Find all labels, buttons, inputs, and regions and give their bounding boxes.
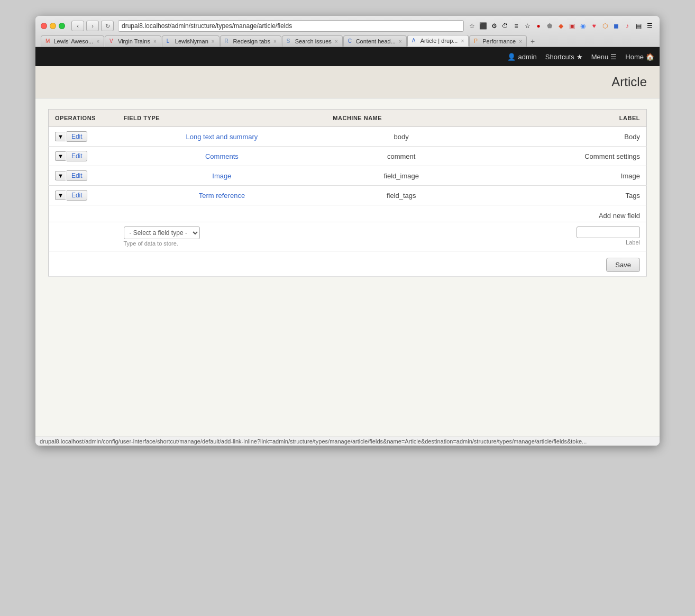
- ext-icon-11[interactable]: ♥: [589, 21, 599, 31]
- tab-gmail[interactable]: M Lewis' Aweso... ×: [41, 35, 104, 47]
- save-row: Save: [49, 251, 647, 277]
- tab-favicon-lewisnyman: L: [167, 38, 173, 44]
- tab-close-redesign[interactable]: ×: [273, 39, 277, 44]
- tab-search-issues[interactable]: S Search issues ×: [282, 35, 343, 47]
- select-cell: - Select a field type - Type of data to …: [117, 222, 327, 251]
- dropdown-button-1[interactable]: ▼: [55, 151, 66, 161]
- tab-article[interactable]: A Article | drup... ×: [407, 35, 469, 47]
- cell-machine-name-0: body: [326, 127, 476, 147]
- admin-user[interactable]: 👤 admin: [507, 53, 536, 61]
- tab-favicon-gmail: M: [45, 38, 51, 44]
- dropdown-button-2[interactable]: ▼: [55, 171, 66, 180]
- label-input[interactable]: [577, 227, 640, 238]
- tab-lewisnyman[interactable]: L LewisNyman ×: [162, 35, 220, 47]
- cell-field-type-3: Term reference: [117, 186, 327, 205]
- tab-label-article: Article | drup...: [420, 38, 458, 44]
- field-type-hint: Type of data to store.: [124, 240, 321, 247]
- ext-icon-13[interactable]: ◼: [611, 21, 621, 31]
- tab-close-search[interactable]: ×: [335, 39, 338, 44]
- dropdown-button-3[interactable]: ▼: [55, 191, 66, 200]
- home-item[interactable]: Home 🏠: [625, 53, 654, 61]
- ext-icon-6[interactable]: ●: [534, 21, 543, 31]
- forward-button[interactable]: ›: [86, 21, 99, 31]
- toolbar-icons: ☆ ⬛ ⚙ ⏱ ≡ ☆ ● ⬟ ◆ ▣ ◉ ♥ ⬡ ◼ ♪ ▤ ☰: [467, 21, 654, 31]
- ext-icon-7[interactable]: ⬟: [545, 21, 554, 31]
- new-tab-button[interactable]: +: [527, 36, 538, 47]
- cell-operations-0: ▼ Edit: [49, 127, 117, 147]
- tab-favicon-virgin: V: [109, 38, 116, 44]
- url-text: drupal8.localhost/admin/structure/types/…: [122, 22, 292, 30]
- bookmark-icon[interactable]: ☆: [467, 21, 477, 31]
- ext-icon-5[interactable]: ☆: [523, 21, 532, 31]
- ext-icon-8[interactable]: ◆: [556, 21, 565, 31]
- cell-machine-name-3: field_tags: [326, 186, 476, 205]
- label-input-hint: Label: [482, 239, 640, 246]
- edit-button-0[interactable]: Edit: [67, 131, 87, 142]
- edit-button-3[interactable]: Edit: [67, 190, 87, 201]
- tab-close-perf[interactable]: ×: [519, 39, 522, 44]
- browser-window: ‹ › ↻ drupal8.localhost/admin/structure/…: [35, 16, 660, 446]
- tab-close-virgin[interactable]: ×: [153, 39, 157, 44]
- save-button[interactable]: Save: [606, 258, 640, 272]
- edit-button-1[interactable]: Edit: [67, 151, 87, 161]
- field-type-link-1[interactable]: Comments: [205, 152, 239, 160]
- add-new-field-label: Add new field: [476, 205, 646, 222]
- ext-icon-9[interactable]: ▣: [567, 21, 577, 31]
- dropdown-button-0[interactable]: ▼: [55, 132, 66, 141]
- address-bar[interactable]: drupal8.localhost/admin/structure/types/…: [118, 20, 464, 32]
- minimize-button[interactable]: [50, 23, 56, 29]
- save-spacer: [49, 251, 477, 277]
- tab-redesign[interactable]: R Redesign tabs ×: [220, 35, 281, 47]
- tab-label-redesign: Redesign tabs: [233, 38, 270, 44]
- op-group-3: ▼ Edit: [55, 190, 111, 201]
- ext-icon-12[interactable]: ⬡: [600, 21, 610, 31]
- field-type-select[interactable]: - Select a field type -: [124, 227, 200, 239]
- menu-icon[interactable]: ☰: [645, 21, 654, 31]
- add-new-field-spacer: [49, 205, 477, 222]
- edit-button-2[interactable]: Edit: [67, 170, 87, 181]
- tab-close-lewisnyman[interactable]: ×: [212, 39, 215, 44]
- field-type-link-2[interactable]: Image: [212, 172, 231, 180]
- close-button[interactable]: [41, 23, 47, 29]
- field-type-select-row: - Select a field type - Type of data to …: [49, 222, 647, 251]
- field-type-link-3[interactable]: Term reference: [199, 192, 245, 200]
- cell-operations-1: ▼ Edit: [49, 147, 117, 166]
- ext-icon-3[interactable]: ⏱: [500, 21, 510, 31]
- cell-field-type-2: Image: [117, 166, 327, 186]
- tab-favicon-redesign: R: [225, 38, 231, 44]
- refresh-button[interactable]: ↻: [101, 21, 114, 31]
- ext-icon-1[interactable]: ⬛: [478, 21, 488, 31]
- tab-label-search: Search issues: [295, 38, 332, 44]
- home-icon: 🏠: [646, 53, 654, 61]
- browser-titlebar: ‹ › ↻ drupal8.localhost/admin/structure/…: [35, 16, 660, 47]
- tab-label-gmail: Lewis' Aweso...: [53, 38, 93, 44]
- maximize-button[interactable]: [59, 23, 65, 29]
- page-header: Article: [35, 66, 660, 98]
- tab-close-gmail[interactable]: ×: [96, 39, 99, 44]
- cell-machine-name-2: field_image: [326, 166, 476, 186]
- tab-favicon-article: A: [412, 38, 418, 44]
- tab-close-content[interactable]: ×: [399, 39, 402, 44]
- tab-favicon-search: S: [287, 38, 293, 44]
- ext-icon-4[interactable]: ≡: [511, 21, 521, 31]
- tab-virgin[interactable]: V Virgin Trains ×: [105, 35, 161, 47]
- menu-item[interactable]: Menu ☰: [591, 53, 617, 61]
- tab-content-head[interactable]: C Content head... ×: [343, 35, 407, 47]
- back-button[interactable]: ‹: [71, 21, 84, 31]
- status-url: drupal8.localhost/admin/config/user-inte…: [40, 438, 587, 445]
- machine-name-spacer: [326, 222, 476, 251]
- ext-icon-10[interactable]: ◉: [578, 21, 588, 31]
- field-type-link-0[interactable]: Long text and summary: [186, 133, 258, 141]
- tab-performance[interactable]: P Performance ×: [469, 35, 527, 47]
- shortcuts-item[interactable]: Shortcuts ★: [545, 53, 583, 61]
- tabs-row: M Lewis' Aweso... × V Virgin Trains × L …: [41, 35, 654, 47]
- col-header-machine-name: MACHINE NAME: [326, 110, 476, 127]
- op-group-0: ▼ Edit: [55, 131, 111, 142]
- tab-close-article[interactable]: ×: [461, 38, 464, 44]
- admin-username: admin: [518, 53, 536, 61]
- ext-icon-14[interactable]: ♪: [623, 21, 632, 31]
- tab-label-content: Content head...: [356, 38, 396, 44]
- ext-icon-2[interactable]: ⚙: [489, 21, 499, 31]
- ext-icon-15[interactable]: ▤: [634, 21, 643, 31]
- cell-label-3: Tags: [476, 186, 646, 205]
